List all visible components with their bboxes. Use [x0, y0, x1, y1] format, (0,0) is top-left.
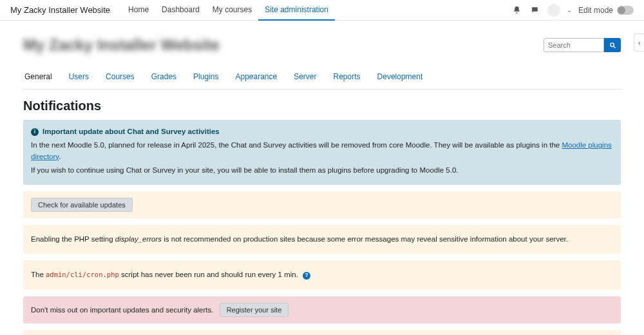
brand: My Zacky Installer Website — [10, 5, 110, 15]
topnav-dashboard[interactable]: Dashboard — [155, 0, 206, 21]
edit-mode-toggle[interactable] — [617, 6, 634, 15]
search-input[interactable] — [544, 38, 604, 52]
register-site-button[interactable]: Register your site — [220, 303, 289, 317]
panel-moodle-app: The Moodle app is not enabled. Enable we… — [23, 330, 621, 336]
topnav-my-courses[interactable]: My courses — [206, 0, 258, 21]
tab-grades[interactable]: Grades — [150, 67, 178, 89]
svg-point-0 — [610, 43, 614, 46]
admin-tabs: General Users Courses Grades Plugins App… — [23, 67, 621, 90]
text: The — [31, 271, 46, 278]
panel-display-errors-text: Enabling the PHP setting display_errors … — [31, 234, 613, 245]
search-button[interactable] — [604, 38, 621, 52]
edit-mode-label: Edit mode — [578, 6, 613, 15]
panel-cron-text: The admin/cli/cron.php script has never … — [31, 269, 613, 280]
info-icon: i — [31, 128, 39, 136]
avatar[interactable] — [547, 4, 560, 17]
site-title-blurred: My Zacky Installer Website — [23, 36, 220, 54]
check-updates-button[interactable]: Check for available updates — [31, 198, 133, 212]
edit-mode: Edit mode — [578, 6, 634, 15]
tab-plugins[interactable]: Plugins — [192, 67, 220, 89]
tab-development[interactable]: Development — [376, 67, 424, 89]
topnav: Home Dashboard My courses Site administr… — [122, 0, 335, 21]
chat-icon[interactable] — [529, 5, 541, 16]
cron-path-code: admin/cli/cron.php — [46, 271, 119, 278]
help-icon[interactable]: ? — [303, 272, 310, 280]
text: Enabling the PHP setting — [31, 235, 115, 243]
panel-important-update: i Important update about Chat and Survey… — [23, 120, 621, 185]
page-heading: Notifications — [23, 99, 621, 113]
panel-display-errors: Enabling the PHP setting display_errors … — [23, 225, 621, 254]
panel-important-update-p2: If you wish to continue using Chat or Su… — [31, 165, 613, 176]
tab-appearance[interactable]: Appearance — [234, 67, 278, 89]
text: . — [59, 153, 61, 160]
svg-line-1 — [613, 46, 615, 48]
page: My Zacky Installer Website General Users… — [0, 21, 644, 335]
panel-register: Don't miss out on important updates and … — [23, 296, 621, 323]
topnav-home[interactable]: Home — [122, 0, 155, 21]
drawer-toggle[interactable]: ‹ — [634, 34, 644, 52]
panel-register-text: Don't miss out on important updates and … — [31, 306, 213, 314]
topbar-right: ⌄ Edit mode — [511, 4, 634, 17]
text: script has never been run and should run… — [119, 271, 298, 278]
panel-check-updates: Check for available updates — [23, 191, 621, 218]
tab-general[interactable]: General — [23, 67, 53, 89]
topnav-site-administration[interactable]: Site administration — [258, 0, 335, 21]
panel-important-update-title: i Important update about Chat and Survey… — [31, 126, 613, 137]
bell-icon[interactable] — [511, 5, 523, 16]
tab-server[interactable]: Server — [292, 67, 317, 89]
header-row: My Zacky Installer Website — [23, 36, 621, 54]
tab-users[interactable]: Users — [68, 67, 90, 89]
tab-reports[interactable]: Reports — [332, 67, 362, 89]
panel-important-update-p1: In the next Moodle 5.0, planned for rele… — [31, 140, 613, 162]
text: is not recommended on production sites b… — [162, 235, 568, 243]
text-emph: display_errors — [115, 235, 162, 243]
panel-important-update-title-text: Important update about Chat and Survey a… — [43, 126, 220, 137]
tab-courses[interactable]: Courses — [104, 67, 136, 89]
user-menu-chevron[interactable]: ⌄ — [567, 6, 572, 14]
panel-cron: The admin/cli/cron.php script has never … — [23, 260, 621, 289]
search — [544, 38, 621, 52]
text: In the next Moodle 5.0, planned for rele… — [31, 141, 562, 149]
topbar: My Zacky Installer Website Home Dashboar… — [0, 0, 644, 21]
